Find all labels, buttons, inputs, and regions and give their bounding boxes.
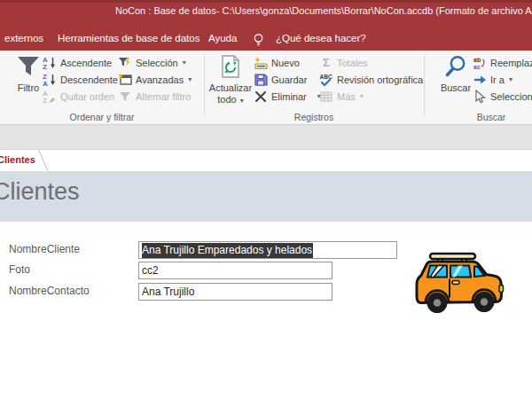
save-record-button[interactable]: Guardar xyxy=(254,71,321,88)
group-label-find: Buscar xyxy=(424,112,532,122)
field-label-foto: Foto xyxy=(9,263,30,276)
svg-text:Z: Z xyxy=(43,63,47,70)
tab-datos-externos[interactable]: externos xyxy=(4,33,43,43)
search-icon xyxy=(444,53,467,80)
advanced-filter-icon: ... xyxy=(118,73,132,87)
totals-button: Σ Totales xyxy=(319,54,423,71)
sort-descending-icon: ZA xyxy=(43,73,57,87)
tab-herramientas-bd[interactable]: Herramientas de base de datos xyxy=(58,33,200,43)
toggle-filter-icon xyxy=(118,90,132,104)
more-grid-icon xyxy=(319,90,333,104)
svg-text:ab: ab xyxy=(473,57,481,63)
goto-arrow-icon xyxy=(473,73,487,87)
tab-clientes[interactable]: Clientes xyxy=(0,150,48,171)
new-record-icon xyxy=(254,56,268,70)
sort-ascending-icon: AZ xyxy=(43,56,57,70)
field-input-nombrecliente[interactable]: Ana Trujillo Emparedados y helados xyxy=(138,241,397,259)
records-column-2: Σ Totales ABC Revisión ortográfica Más▾ xyxy=(319,54,423,105)
svg-text:Z: Z xyxy=(43,97,47,104)
lightbulb-icon xyxy=(252,33,265,50)
group-label-sort-filter: Ordenar y filtrar xyxy=(0,112,204,122)
clear-sort-icon: AZ xyxy=(43,90,57,104)
funnel-icon xyxy=(16,53,41,80)
title-bar: NoCon : Base de datos- C:\Users\gonza\Do… xyxy=(0,0,532,20)
find-column: abac Reemplazar Ir a▾ Seleccionar xyxy=(473,54,532,105)
field-input-nombrecontacto[interactable]: Ana Trujillo xyxy=(138,283,332,301)
workspace-background xyxy=(0,125,532,149)
filter-column: Selección▾ ... Avanzadas▾ Alternar filtr… xyxy=(118,54,192,105)
svg-text:ABC: ABC xyxy=(320,74,332,80)
tell-me-box[interactable]: ¿Qué desea hacer? xyxy=(276,33,366,43)
car-clipart[interactable] xyxy=(412,251,505,318)
field-label-nombrecontacto: NombreContacto xyxy=(9,285,90,297)
tab-ayuda[interactable]: Ayuda xyxy=(208,33,237,43)
records-column: Nuevo Guardar Eliminar▾ xyxy=(254,54,321,105)
field-label-nombrecliente: NombreCliente xyxy=(9,243,80,255)
select-cursor-icon xyxy=(473,90,487,104)
group-separator xyxy=(204,54,205,117)
replace-button[interactable]: abac Reemplazar xyxy=(473,54,532,71)
field-input-foto[interactable]: cc2 xyxy=(138,262,332,279)
refresh-all-icon xyxy=(221,53,240,80)
form-detail-area: NombreCliente Ana Trujillo Emparedados y… xyxy=(0,222,532,407)
window-title: NoCon : Base de datos- C:\Users\gonza\Do… xyxy=(115,5,532,16)
new-record-button[interactable]: Nuevo xyxy=(254,54,321,71)
document-tab-bar: Clientes xyxy=(0,149,532,171)
selection-filter-button[interactable]: Selección▾ xyxy=(118,54,192,71)
selection-filter-icon xyxy=(118,56,132,70)
find-button[interactable]: Buscar xyxy=(436,53,475,94)
form-header-band: Clientes xyxy=(0,171,532,222)
svg-text:A: A xyxy=(43,80,48,87)
replace-icon: abac xyxy=(473,56,487,70)
advanced-filter-button[interactable]: ... Avanzadas▾ xyxy=(118,71,192,88)
tab-clientes-label: Clientes xyxy=(0,154,35,165)
svg-text:ac: ac xyxy=(473,64,481,70)
refresh-all-button[interactable]: Actualizar todo ▾ xyxy=(206,53,255,106)
save-icon xyxy=(254,73,268,87)
toggle-filter-button: Alternar filtro xyxy=(118,88,192,105)
select-button[interactable]: Seleccionar xyxy=(473,88,532,105)
more-button: Más▾ xyxy=(319,88,423,105)
totals-icon: Σ xyxy=(319,56,333,70)
ribbon: Filtro AZ Ascendente ZA Descendente AZ Q… xyxy=(0,51,532,125)
svg-text:...: ... xyxy=(122,79,127,84)
group-label-records: Registros xyxy=(204,112,424,122)
sort-descending-button[interactable]: ZA Descendente xyxy=(43,71,118,88)
delete-icon xyxy=(254,90,268,104)
sort-column: AZ Ascendente ZA Descendente AZ Quitar o… xyxy=(43,54,118,105)
spelling-icon: ABC xyxy=(319,73,333,87)
spelling-button[interactable]: ABC Revisión ortográfica xyxy=(319,71,423,88)
delete-record-button[interactable]: Eliminar▾ xyxy=(254,88,321,105)
ribbon-tab-bar: externos Herramientas de base de datos A… xyxy=(0,20,532,51)
form-title: Clientes xyxy=(0,178,80,206)
group-separator xyxy=(424,54,425,117)
selected-text: Ana Trujillo Emparedados y helados xyxy=(142,243,313,258)
clear-sort-button: AZ Quitar orden xyxy=(43,88,118,105)
sort-ascending-button[interactable]: AZ Ascendente xyxy=(43,54,118,71)
goto-button[interactable]: Ir a▾ xyxy=(473,71,532,88)
